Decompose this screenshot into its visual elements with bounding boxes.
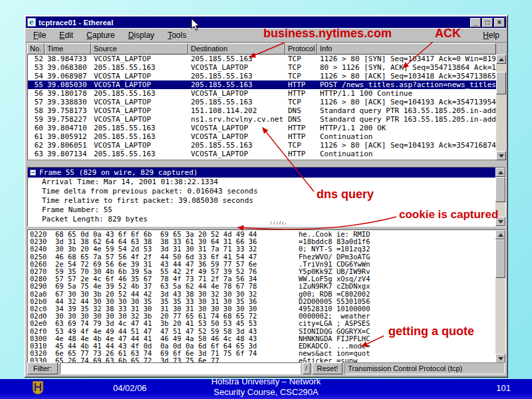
packet-info: HTTP/1.1 200 OK [318,124,496,132]
packet-no: 63 [28,150,45,158]
hex-offset: 02e0 [30,320,55,327]
maximize-icon[interactable]: □ [482,18,493,27]
menu-edit[interactable]: Edit [53,29,79,42]
packet-list-scrollbar[interactable] [496,55,506,160]
packet-protocol: HTTP [286,124,318,132]
packet-row[interactable]: 63 39.807134 205.185.55.163 VCOSTA_LAPTO… [28,150,496,158]
filter-combo-icon[interactable]: / [303,362,311,374]
filter-bar: Filter: / Reset! Transmission Control Pr… [26,361,506,376]
collapse-expander-icon[interactable] [30,170,36,176]
scrollbar-thumb[interactable] [495,239,505,278]
packet-row[interactable]: 56 39.180178 205.185.55.163 VCOSTA_LAPTO… [28,89,496,98]
packet-source: 205.185.55.163 [92,124,189,132]
slide-background: e tcptrace01 - Ethereal _ □ × File Edit … [0,0,532,399]
packet-source: 205.185.55.163 [92,63,189,72]
minimize-icon[interactable]: _ [470,18,481,27]
packet-destination: VCOSTA_LAPTOP [189,63,286,72]
packet-info: Continuation [318,132,496,141]
packet-row[interactable]: 61 39.805912 205.185.55.163 VCOSTA_LAPTO… [28,132,496,141]
packet-info: 1126 > 80 [ACK] Seq=103418 Ack=354713865… [318,72,496,80]
packet-info: HTTP/1.1 100 Continue [318,89,496,98]
packet-row[interactable]: 52 38.984733 VCOSTA_LAPTOP 205.185.55.16… [28,55,496,63]
packet-row[interactable]: 54 39.068987 VCOSTA_LAPTOP 205.185.55.16… [28,72,496,80]
column-header-no[interactable]: No. [27,43,45,55]
footer-course-title: Hofstra University – Network Security Co… [0,376,532,398]
scroll-up-icon[interactable] [495,168,505,177]
column-header-source[interactable]: Source [91,43,188,55]
packet-info: POST /news_titles.asp?action=news_titles… [318,80,496,89]
scroll-up-icon[interactable] [495,230,505,239]
packet-protocol: HTTP [286,132,318,141]
packet-no: 56 [28,89,45,98]
detail-line[interactable]: Time delta from previous packet: 0.01604… [28,187,505,196]
annotation-cookie-captured: cookie is captured [399,208,498,221]
packet-protocol: DNS [286,115,318,124]
menu-capture[interactable]: Capture [80,29,121,42]
packet-row[interactable]: 55 39.085030 VCOSTA_LAPTOP 205.185.55.16… [28,80,496,89]
packet-protocol: TCP [286,63,318,72]
footer-line1: Hofstra University – Network [0,376,532,387]
hex-dump-pane: 0220 68 65 0d 0a 43 6f 6f 6b 69 65 3a 20… [27,229,506,364]
packet-no: 52 [28,55,45,63]
hex-offset: 0240 [30,245,55,253]
packet-time: 39.758227 [45,115,92,124]
column-header-protocol[interactable]: Protocol [285,43,317,55]
packet-row[interactable]: 53 39.068380 205.185.55.163 VCOSTA_LAPTO… [28,63,496,72]
packet-info: Continuation [318,150,496,158]
column-header-time[interactable]: Time [45,43,91,55]
packet-row[interactable]: 58 39.758173 VCOSTA_LAPTOP 151.108.114.2… [28,106,496,115]
detail-frame-row[interactable]: Frame 55 (829 on wire, 829 captured) [28,168,505,178]
hex-bytes: 63 69 74 79 3d 4c 47 41 3b 20 41 53 50 5… [55,320,299,327]
detail-line[interactable]: Arrival Time: Mar 14, 2001 01:38:22.1334 [28,178,505,187]
scrollbar-thumb[interactable] [496,72,506,94]
menu-display[interactable]: Display [122,29,160,42]
packet-info: 1126 > 80 [SYN] Seq=103417 Ack=0 Win=819… [318,55,496,63]
hex-row[interactable]: 0290 69 5a 75 4e 39 52 4b 37 63 5a 62 44… [28,283,495,290]
packet-row[interactable]: 62 39.806051 VCOSTA_LAPTOP 205.185.55.16… [28,141,496,150]
packet-destination: 205.185.55.163 [189,98,286,106]
packet-source: VCOSTA_LAPTOP [92,72,189,80]
packet-time: 39.338830 [45,98,92,106]
packet-info: 80 > 1126 [SYN, ACK] Seq=354713864 Ack=1… [318,63,496,72]
reset-button[interactable]: Reset! [313,362,343,374]
menu-tools[interactable]: Tools [162,29,192,42]
scroll-up-icon[interactable] [496,55,506,64]
packet-row[interactable]: 60 39.804710 205.185.55.163 VCOSTA_LAPTO… [28,124,496,132]
packet-destination: VCOSTA_LAPTOP [189,150,286,158]
hex-scrollbar[interactable] [495,230,505,363]
packet-no: 55 [28,80,45,89]
packet-destination: VCOSTA_LAPTOP [189,124,286,132]
status-field: Transmission Control Protocol (tcp) [344,362,505,374]
packet-protocol: HTTP [286,150,318,158]
scroll-down-icon[interactable] [496,151,506,160]
packet-source: VCOSTA_LAPTOP [92,141,189,150]
detail-line[interactable]: Time relative to first packet: 39.085030… [28,196,505,205]
packet-destination: 205.185.55.163 [189,72,286,80]
filter-button[interactable]: Filter: [27,362,58,374]
scrollbar-thumb[interactable] [495,177,505,202]
packet-time: 39.804710 [45,124,92,132]
menu-help[interactable]: Help [476,29,506,42]
filter-input[interactable] [60,362,301,374]
pane-resize-grip[interactable] [269,221,286,225]
annotation-getting-quote: getting a quote [388,325,474,338]
close-icon[interactable]: × [494,18,505,27]
packet-row[interactable]: 59 39.758227 VCOSTA_LAPTOP ns1.srv.hcvln… [28,115,496,124]
packet-list-pane: No. Time Source Destination Protocol Inf… [27,43,506,160]
packet-protocol: HTTP [286,89,318,98]
packet-no: 62 [28,141,45,150]
packet-protocol: HTTP [286,80,318,89]
packet-row[interactable]: 57 39.338830 VCOSTA_LAPTOP 205.185.55.16… [28,98,496,106]
packet-source: VCOSTA_LAPTOP [92,55,189,63]
menu-file[interactable]: File [27,29,52,42]
hex-row[interactable]: 0240 30 3b 20 4e 59 54 2d 53 3d 31 30 31… [28,245,495,253]
hex-ascii: iZuN9RK7 cZbDNxgx [299,283,495,290]
packet-info: 1126 > 80 [ACK] Seq=104193 Ack=354713954… [318,98,496,106]
column-header-info[interactable]: Info [317,43,496,55]
packet-protocol: TCP [286,72,318,80]
annotation-business-nytimes: business.nytimes.com [263,27,392,41]
window-title: tcptrace01 - Ethereal [39,19,113,27]
footer-page-number: 101 [496,383,511,393]
column-header-destination[interactable]: Destination [188,43,285,55]
hex-rows: 0220 68 65 0d 0a 43 6f 6f 6b 69 65 3a 20… [28,231,495,364]
